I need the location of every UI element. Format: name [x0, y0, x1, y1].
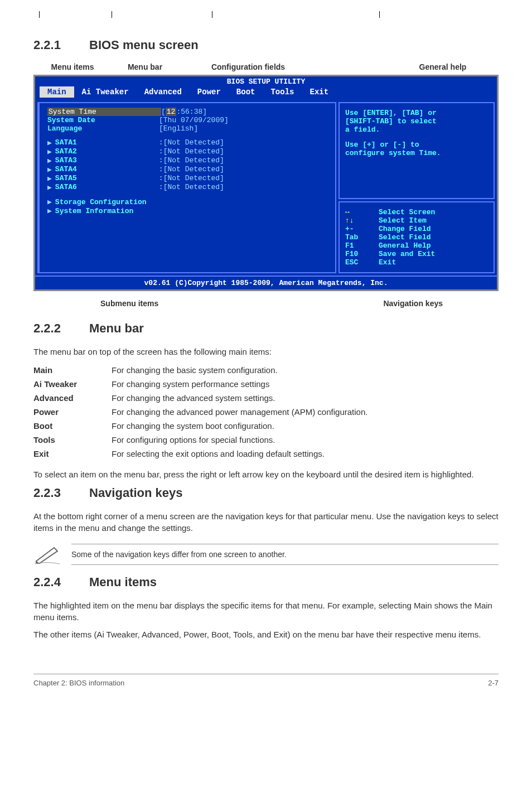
term: Main — [33, 363, 112, 377]
triangle-icon: ▶ — [47, 147, 52, 156]
section-heading-224: 2.2.4Menu items — [33, 575, 499, 590]
term: Exit — [33, 447, 112, 461]
sect-num: 2.2.3 — [33, 486, 89, 500]
help-l4: Use [+] or [-] to — [345, 141, 488, 149]
sata6[interactable]: SATA6 — [55, 183, 159, 192]
nav-key: Tab — [345, 233, 379, 241]
tab-aitweaker[interactable]: Ai Tweaker — [74, 86, 137, 98]
note-text: Some of the navigation keys differ from … — [71, 544, 499, 565]
nav-desc: Exit — [379, 258, 396, 267]
triangle-icon: ▶ — [47, 138, 52, 147]
nav-key: +- — [345, 225, 379, 233]
sata5-val: :[Not Detected] — [159, 174, 224, 183]
desc: For changing the advanced system setting… — [112, 391, 367, 405]
menubar-outro: To select an item on the menu bar, press… — [33, 468, 499, 480]
bottom-labels: Submenu items Navigation keys — [56, 299, 476, 308]
help-l3: a field. — [345, 125, 488, 134]
table-row: AdvancedFor changing the advanced system… — [33, 391, 367, 405]
section-heading-221: 2.2.1BIOS menu screen — [33, 38, 499, 52]
desc: For changing the advanced power manageme… — [112, 405, 367, 419]
sect-title: Menu items — [89, 575, 157, 589]
sect-title: Navigation keys — [89, 486, 183, 500]
sata4-val: :[Not Detected] — [159, 165, 224, 174]
sect-title: Menu bar — [89, 321, 144, 335]
lang-label[interactable]: Language — [47, 124, 159, 133]
sect-num: 2.2.2 — [33, 321, 89, 336]
tab-power[interactable]: Power — [190, 86, 229, 98]
term: Advanced — [33, 391, 112, 405]
sect-num: 2.2.1 — [33, 38, 89, 52]
triangle-icon: ▶ — [47, 156, 52, 165]
triangle-icon: ▶ — [47, 174, 52, 183]
desc: For selecting the exit options and loadi… — [112, 447, 367, 461]
note-block: Some of the navigation keys differ from … — [33, 544, 499, 565]
sata3[interactable]: SATA3 — [55, 156, 159, 165]
triangle-icon: ▶ — [47, 198, 52, 206]
page-footer: Chapter 2: BIOS information 2-7 — [33, 674, 499, 687]
nav-desc: Select Field — [379, 233, 431, 241]
sata1[interactable]: SATA1 — [55, 138, 159, 147]
tab-exit[interactable]: Exit — [302, 86, 336, 98]
tab-boot[interactable]: Boot — [229, 86, 263, 98]
tab-main[interactable]: Main — [40, 86, 74, 98]
navkeys-para: At the bottom right corner of a menu scr… — [33, 510, 499, 534]
nav-desc: General Help — [379, 241, 431, 250]
term: Boot — [33, 419, 112, 433]
systime-label[interactable]: System Time — [47, 108, 161, 116]
label-menuitems: Menu items — [51, 62, 94, 71]
bios-left-panel: System Time[12:56:38] System Date[Thu 07… — [37, 102, 336, 273]
pencil-icon — [33, 544, 62, 564]
label-help: General help — [419, 62, 467, 71]
footer-left: Chapter 2: BIOS information — [33, 679, 124, 687]
bios-window: BIOS SETUP UTILITY Main Ai Tweaker Advan… — [33, 75, 499, 291]
help-l2: [SHIFT-TAB] to select — [345, 117, 488, 125]
menuitems-p2: The other items (Ai Tweaker, Advanced, P… — [33, 629, 499, 640]
tab-tools[interactable]: Tools — [263, 86, 302, 98]
sata4[interactable]: SATA4 — [55, 165, 159, 174]
help-l1: Use [ENTER], [TAB] or — [345, 109, 488, 117]
menubar-intro: The menu bar on top of the screen has th… — [33, 346, 499, 357]
table-row: MainFor changing the basic system config… — [33, 363, 367, 377]
nav-key: F1 — [345, 241, 379, 250]
menuitems-p1: The highlighted item on the menu bar dis… — [33, 600, 499, 623]
lang-val[interactable]: [English] — [159, 124, 198, 133]
sysdate-label[interactable]: System Date — [47, 116, 159, 124]
sata5[interactable]: SATA5 — [55, 174, 159, 183]
label-submenu: Submenu items — [100, 299, 158, 308]
table-row: ToolsFor configuring options for special… — [33, 433, 367, 447]
triangle-icon: ▶ — [47, 165, 52, 174]
top-labels: Menu items Menu bar Configuration fields… — [33, 62, 499, 71]
section-heading-223: 2.2.3Navigation keys — [33, 486, 499, 500]
tab-advanced[interactable]: Advanced — [137, 86, 190, 98]
systime-val[interactable]: [12:56:38] — [161, 108, 207, 116]
sata2-val: :[Not Detected] — [159, 147, 224, 156]
bios-title: BIOS SETUP UTILITY — [224, 76, 308, 87]
table-row: ExitFor selecting the exit options and l… — [33, 447, 367, 461]
sata3-val: :[Not Detected] — [159, 156, 224, 165]
storage-config[interactable]: Storage Configuration — [55, 198, 147, 206]
sect-num: 2.2.4 — [33, 575, 89, 590]
desc: For configuring options for special func… — [112, 433, 367, 447]
sata2[interactable]: SATA2 — [55, 147, 159, 156]
footer-right: 2-7 — [488, 679, 499, 687]
table-row: Ai TweakerFor changing system performanc… — [33, 377, 367, 391]
system-info[interactable]: System Information — [55, 207, 133, 215]
sata1-val: :[Not Detected] — [159, 138, 224, 147]
sysdate-val[interactable]: [Thu 07/09/2009] — [159, 116, 229, 124]
nav-desc: Select Screen — [379, 208, 435, 216]
nav-key: F10 — [345, 250, 379, 258]
triangle-icon: ▶ — [47, 183, 52, 192]
section-heading-222: 2.2.2Menu bar — [33, 321, 499, 336]
nav-key: ↑↓ — [345, 216, 379, 225]
menubar-table: MainFor changing the basic system config… — [33, 363, 367, 461]
help-l5: configure system Time. — [345, 149, 488, 157]
table-row: BootFor changing the system boot configu… — [33, 419, 367, 433]
bios-right-panel: Use [ENTER], [TAB] or [SHIFT-TAB] to sel… — [338, 102, 495, 273]
term: Tools — [33, 433, 112, 447]
desc: For changing the system boot configurati… — [112, 419, 367, 433]
sect-title: BIOS menu screen — [89, 38, 199, 52]
nav-desc: Save and Exit — [379, 250, 435, 258]
desc: For changing the basic system configurat… — [112, 363, 367, 377]
triangle-icon: ▶ — [47, 207, 52, 215]
label-config: Configuration fields — [211, 62, 285, 71]
